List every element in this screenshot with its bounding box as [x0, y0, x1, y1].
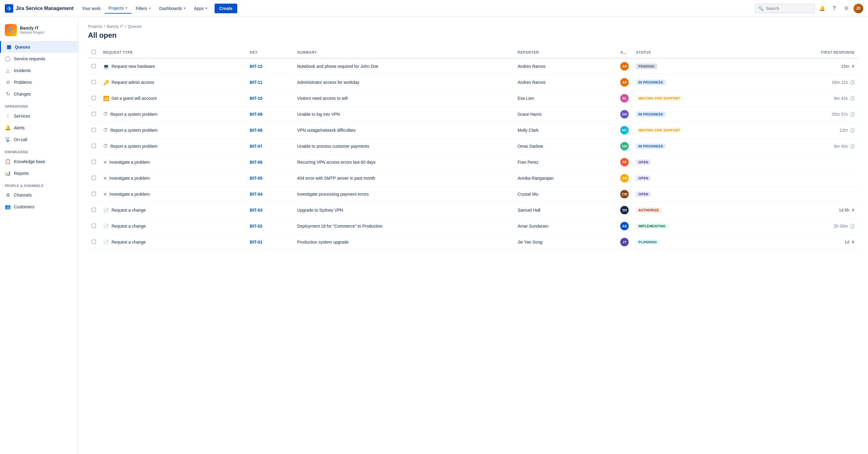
- sidebar-item-knowledge-base[interactable]: 📋 Knowledge base: [0, 156, 78, 167]
- row-checkbox[interactable]: [92, 208, 96, 212]
- breadcrumb-projects[interactable]: Projects: [88, 24, 102, 29]
- issue-key-link[interactable]: BIT-03: [250, 208, 262, 213]
- issue-key-link[interactable]: BIT-12: [250, 64, 262, 69]
- table-row[interactable]: ✕Investigate a problemBIT-06Recurring VP…: [88, 154, 858, 170]
- clock-icon: 🕐: [849, 144, 855, 149]
- help-button[interactable]: ?: [830, 4, 839, 13]
- settings-button[interactable]: ⚙: [841, 4, 851, 13]
- request-type-icon: 📄: [103, 223, 109, 229]
- cell-key[interactable]: BIT-05: [246, 170, 293, 186]
- bell-icon: 🔔: [819, 5, 825, 11]
- create-button[interactable]: Create: [215, 4, 238, 13]
- cell-key[interactable]: BIT-01: [246, 234, 293, 250]
- sidebar-item-service-requests[interactable]: ◯ Service requests: [0, 53, 78, 64]
- search-box[interactable]: 🔍: [755, 4, 815, 13]
- table-row[interactable]: ⏱Report a system problemBIT-09Unable to …: [88, 107, 858, 122]
- clock-icon: 🕐: [849, 224, 855, 229]
- cell-assignee: AR: [617, 58, 632, 74]
- table-row[interactable]: ⏱Report a system problemBIT-08VPN outage…: [88, 122, 858, 139]
- sidebar-item-queues[interactable]: ▦ Queues: [0, 41, 78, 53]
- cell-request-type: 🔑Request admin access: [99, 74, 246, 90]
- sidebar-item-customers[interactable]: 👥 Customers: [0, 201, 78, 213]
- select-all-checkbox[interactable]: [92, 50, 96, 54]
- table-row[interactable]: ⏱Report a system problemBIT-07Unable to …: [88, 139, 858, 154]
- issue-key-link[interactable]: BIT-10: [250, 96, 262, 101]
- row-checkbox[interactable]: [92, 240, 96, 244]
- nav-apps[interactable]: Apps ▼: [190, 4, 212, 13]
- row-checkbox[interactable]: [92, 192, 96, 196]
- sidebar-item-alerts[interactable]: 🔔 Alerts: [0, 122, 78, 133]
- row-checkbox[interactable]: [92, 224, 96, 228]
- select-all-header[interactable]: [88, 47, 99, 58]
- issue-key-link[interactable]: BIT-04: [250, 192, 262, 196]
- sidebar-item-incidents[interactable]: △ Incidents: [0, 64, 78, 76]
- sidebar-item-channels[interactable]: 🖥 Channels: [0, 189, 78, 201]
- issue-key-link[interactable]: BIT-06: [250, 160, 262, 164]
- issue-key-link[interactable]: BIT-05: [250, 176, 262, 181]
- cell-key[interactable]: BIT-10: [246, 90, 293, 107]
- request-type-icon: ✕: [103, 159, 107, 165]
- status-badge: OPEN: [636, 159, 651, 165]
- issue-key-link[interactable]: BIT-07: [250, 144, 262, 149]
- knowledge-section-label: KNOWLEDGE: [0, 145, 78, 156]
- sidebar-item-problems[interactable]: ⊘ Problems: [0, 76, 78, 88]
- incidents-label: Incidents: [14, 68, 31, 73]
- cell-key[interactable]: BIT-03: [246, 202, 293, 218]
- cell-key[interactable]: BIT-09: [246, 107, 293, 122]
- cell-reporter: Crystal Wu: [514, 186, 617, 202]
- nav-your-work[interactable]: Your work: [79, 4, 104, 13]
- table-row[interactable]: 📄Request a changeBIT-02Deployment 18 for…: [88, 218, 858, 234]
- row-checkbox[interactable]: [92, 144, 96, 148]
- table-row[interactable]: 📶Get a guest wifi accountBIT-10Visitors …: [88, 90, 858, 107]
- app-logo[interactable]: Jira Service Management: [5, 4, 73, 13]
- row-checkbox[interactable]: [92, 176, 96, 180]
- issue-key-link[interactable]: BIT-09: [250, 112, 262, 117]
- search-input[interactable]: [766, 6, 808, 11]
- table-row[interactable]: ✕Investigate a problemBIT-04Investigate …: [88, 186, 858, 202]
- table-row[interactable]: 💻Request new hardwareBIT-12Notebook and …: [88, 58, 858, 74]
- cell-key[interactable]: BIT-04: [246, 186, 293, 202]
- row-checkbox[interactable]: [92, 160, 96, 164]
- cell-key[interactable]: BIT-12: [246, 58, 293, 74]
- apps-chevron: ▼: [205, 7, 208, 10]
- knowledge-base-icon: 📋: [5, 158, 11, 164]
- row-checkbox[interactable]: [92, 96, 96, 100]
- table-row[interactable]: 📄Request a changeBIT-03Upgrade to Sydney…: [88, 202, 858, 218]
- row-checkbox[interactable]: [92, 80, 96, 84]
- user-avatar[interactable]: JD: [854, 4, 863, 13]
- cell-status: IN PROGRESS: [632, 74, 761, 90]
- cell-key[interactable]: BIT-06: [246, 154, 293, 170]
- table-row[interactable]: 🔑Request admin accessBIT-11Administrator…: [88, 74, 858, 90]
- cell-key[interactable]: BIT-08: [246, 122, 293, 139]
- cell-key[interactable]: BIT-11: [246, 74, 293, 90]
- nav-dashboards[interactable]: Dashboards ▼: [156, 4, 190, 13]
- sidebar-item-changes[interactable]: ↻ Changes: [0, 88, 78, 100]
- table-row[interactable]: 📄Request a changeBIT-01Production system…: [88, 234, 858, 250]
- cell-key[interactable]: BIT-02: [246, 218, 293, 234]
- assignee-avatar: AS: [620, 222, 629, 230]
- breadcrumb-queues[interactable]: Queues: [128, 24, 142, 29]
- breadcrumb-bancly-it[interactable]: Bancly IT: [107, 24, 123, 29]
- request-type-label: Get a guest wifi account: [112, 96, 156, 101]
- cell-key[interactable]: BIT-07: [246, 139, 293, 154]
- cell-summary: Recurring VPN access errors last 60 days: [293, 154, 514, 170]
- sidebar-item-on-call[interactable]: 📡 On-call: [0, 133, 78, 145]
- cell-status: IMPLEMENTING: [632, 218, 761, 234]
- row-checkbox[interactable]: [92, 64, 96, 68]
- issue-key-link[interactable]: BIT-11: [250, 80, 262, 85]
- sidebar-item-reports[interactable]: 📊 Reports: [0, 167, 78, 179]
- nav-projects[interactable]: Projects ▼: [105, 3, 131, 13]
- row-checkbox[interactable]: [92, 128, 96, 132]
- row-checkbox[interactable]: [92, 112, 96, 116]
- row-checkbox-cell: [88, 58, 99, 74]
- table-row[interactable]: ✕Investigate a problemBIT-05404 error wi…: [88, 170, 858, 186]
- notifications-button[interactable]: 🔔: [817, 4, 827, 13]
- sidebar-item-services[interactable]: ⋮ Services: [0, 110, 78, 122]
- nav-filters[interactable]: Filters ▼: [132, 4, 155, 13]
- issue-key-link[interactable]: BIT-01: [250, 240, 262, 244]
- row-checkbox-cell: [88, 74, 99, 90]
- issue-key-link[interactable]: BIT-02: [250, 224, 262, 229]
- clock-icon: 🕐: [849, 128, 855, 133]
- status-badge: IN PROGRESS: [636, 112, 665, 117]
- issue-key-link[interactable]: BIT-08: [250, 128, 262, 133]
